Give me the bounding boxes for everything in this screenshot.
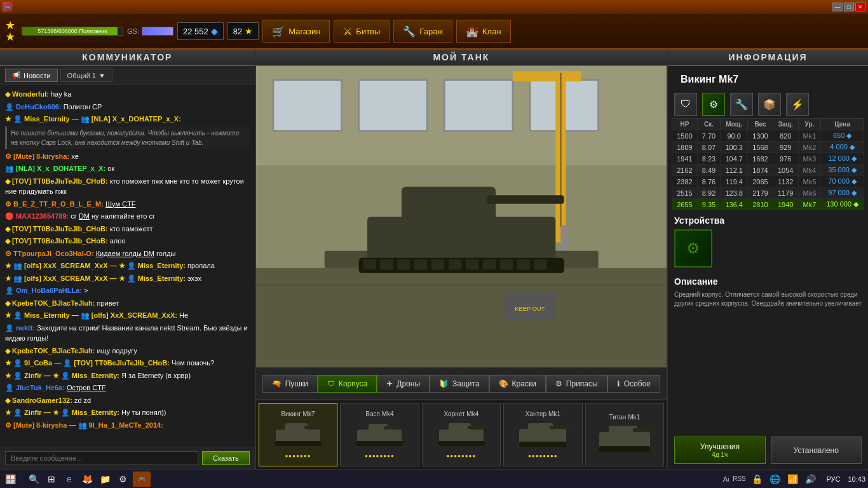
svg-rect-27 bbox=[466, 259, 478, 269]
folder-icon[interactable]: 📁 bbox=[97, 471, 112, 487]
upgrade-button[interactable]: Улучшения 4д 1ч bbox=[674, 437, 765, 464]
search-taskbar-icon[interactable]: 🔍 bbox=[26, 471, 41, 487]
tank-carousel: Викинг Mk7 ●●●●●●● Васп Mk4 bbox=[256, 399, 667, 469]
list-item: ◆ KpebeTOK_BJIacTeJIuh: ищу подругу bbox=[5, 346, 250, 356]
list-item: ★ 👥 [olfs] XxX_SCREAM_XxX — ★ 👤 Miss_Ete… bbox=[5, 261, 250, 271]
gs-container: GS: bbox=[127, 27, 173, 36]
battles-button[interactable]: ⚔ Битвы bbox=[334, 20, 390, 43]
tab-hulls[interactable]: 🛡 Корпуса bbox=[318, 375, 377, 393]
firefox-icon[interactable]: 🦊 bbox=[79, 471, 95, 487]
tank-thumbnail-4 bbox=[514, 420, 571, 452]
tab-special[interactable]: ℹ Особое bbox=[607, 375, 660, 393]
language-indicator[interactable]: РУС bbox=[826, 475, 840, 483]
tab-supplies[interactable]: ⚙ Припасы bbox=[546, 375, 607, 393]
install-button[interactable]: Установлено bbox=[771, 437, 862, 464]
chat-input[interactable] bbox=[5, 451, 198, 465]
table-row[interactable]: 21628.49112.118741054Mk435 000 ◆ bbox=[672, 165, 864, 176]
taskview-icon[interactable]: ⊞ bbox=[44, 471, 59, 487]
tab-guns[interactable]: 🔫 Пушки bbox=[262, 375, 318, 393]
clan-button[interactable]: 🏰 Клан bbox=[456, 20, 511, 43]
svg-rect-53 bbox=[599, 446, 650, 452]
stat-icon-armor[interactable]: 🛡 bbox=[674, 93, 697, 116]
carousel-tank-1[interactable]: Викинг Mk7 ●●●●●●● bbox=[259, 403, 337, 466]
table-row[interactable]: 15007.7090.01300820Mk1650 ◆ bbox=[672, 130, 864, 142]
svg-rect-4 bbox=[444, 80, 513, 132]
tank-bottom-tabs: 🔫 Пушки 🛡 Корпуса ✈ Дроны 🔰 Защита 🎨 Кра… bbox=[256, 367, 667, 399]
stat-icon-lightning[interactable]: ⚡ bbox=[786, 93, 809, 116]
device-slot-1[interactable]: ⚙ bbox=[674, 229, 712, 268]
svg-rect-48 bbox=[550, 426, 569, 429]
paint-icon: 🎨 bbox=[499, 379, 508, 388]
tab-protection[interactable]: 🔰 Защита bbox=[430, 375, 489, 393]
garage-button[interactable]: 🔧 Гараж bbox=[393, 20, 452, 43]
start-icon[interactable]: 🪟 bbox=[3, 471, 18, 487]
xp-bar: 571398/606000 Полковник bbox=[22, 27, 123, 36]
svg-rect-35 bbox=[285, 423, 308, 432]
svg-rect-14 bbox=[256, 268, 667, 367]
list-item: ⚙ B_E_Z_TT_R_O_B_L_E_M: Шум CTF bbox=[5, 199, 250, 210]
list-item: 👤 nektt: Заходите на стрим! Название кан… bbox=[5, 323, 250, 344]
app-icon-taskbar[interactable]: 🎮 bbox=[133, 471, 151, 487]
tab-news[interactable]: 📢 Новости bbox=[5, 69, 58, 82]
svg-rect-44 bbox=[468, 426, 485, 429]
tray-icon-5[interactable]: 🔊 bbox=[803, 471, 818, 487]
rank-stars: ★ ★ bbox=[5, 20, 15, 43]
stars-box: 82 ★ bbox=[227, 22, 259, 40]
list-item: ★ 👤 Miss_Eternity — 👥 [olfs] XxX_SCREAM_… bbox=[5, 310, 250, 321]
shop-icon: 🛒 bbox=[272, 25, 285, 37]
svg-rect-11 bbox=[513, 71, 581, 81]
system-tray: Ai RSS 🔒 🌐 📶 🔊 РУС 10:43 bbox=[723, 471, 865, 487]
system-message: Не пишите большими буквами, пожалуйста. … bbox=[5, 126, 250, 149]
list-item: ⚙ [Mute] 8-kirysha: xe bbox=[5, 151, 250, 162]
title-bar: 🎮 — □ ✕ bbox=[0, 0, 868, 14]
tab-general[interactable]: Общий 1 ▼ bbox=[60, 69, 112, 82]
special-icon: ℹ bbox=[617, 379, 620, 388]
protection-icon: 🔰 bbox=[439, 379, 449, 388]
tab-paints[interactable]: 🎨 Краски bbox=[489, 375, 546, 393]
description-section: Описание Средний корпус. Отличается само… bbox=[668, 273, 868, 312]
shop-button[interactable]: 🛒 Магазин bbox=[262, 20, 330, 43]
svg-rect-40 bbox=[384, 426, 400, 430]
stat-icon-power[interactable]: 🔧 bbox=[730, 93, 753, 116]
list-item: 👥 [NLA] X_x_DOHATEP_x_X: ок bbox=[5, 163, 250, 174]
carousel-tank-5[interactable]: Титан Mk1 bbox=[585, 403, 664, 466]
gs-bar bbox=[142, 27, 173, 36]
table-row[interactable]: 23828.76119.420651132Mk570 000 ◆ bbox=[672, 176, 864, 187]
list-item: ◆ [TOV] TT0BeJIuTeJIb_CHoB: кто паможетт bbox=[5, 224, 250, 234]
table-row[interactable]: 25158.92123.821791179Mk697 000 ◆ bbox=[672, 187, 864, 199]
settings-icon[interactable]: ⚙ bbox=[115, 471, 130, 487]
svg-rect-37 bbox=[275, 441, 322, 446]
tank-thumbnail-2 bbox=[351, 420, 408, 452]
tab-drones[interactable]: ✈ Дроны bbox=[377, 375, 430, 393]
svg-rect-31 bbox=[534, 259, 546, 269]
chat-input-area: Сказать bbox=[0, 447, 255, 469]
table-row[interactable]: 19418.23104.71682976Mk312 000 ◆ bbox=[672, 153, 864, 165]
carousel-tank-4[interactable]: Хантер Mk1 ●●●●●●●● bbox=[503, 403, 582, 466]
tray-icon-3[interactable]: 🌐 bbox=[767, 471, 782, 487]
ie-icon[interactable]: e bbox=[62, 471, 77, 487]
tray-icon-1[interactable]: RSS bbox=[731, 471, 747, 487]
my-tank-header: МОЙ ТАНК bbox=[256, 50, 667, 66]
stat-icon-weight[interactable]: 📦 bbox=[758, 93, 781, 116]
carousel-tank-2[interactable]: Васп Mk4 ●●●●●●●● bbox=[340, 403, 419, 466]
carousel-tank-3[interactable]: Хорнет Mk4 ●●●●●●●● bbox=[422, 403, 501, 466]
stat-icon-speed[interactable]: ⚙ bbox=[702, 93, 725, 116]
top-bar: ★ ★ 571398/606000 Полковник GS: 22 552 ◆… bbox=[0, 14, 868, 50]
info-header: ИНФОРМАЦИЯ bbox=[668, 50, 868, 66]
svg-rect-49 bbox=[519, 442, 566, 447]
maximize-button[interactable]: □ bbox=[844, 3, 854, 11]
tank-thumbnail-3 bbox=[433, 420, 490, 452]
list-item: ◆ KpebeTOK_BJIacTeJIuh: привет bbox=[5, 298, 250, 309]
close-button[interactable]: ✕ bbox=[855, 3, 865, 11]
star-1: ★ bbox=[5, 20, 15, 31]
chat-tabs: 📢 Новости Общий 1 ▼ bbox=[0, 66, 255, 85]
tray-icon-2[interactable]: 🔒 bbox=[749, 471, 764, 487]
list-item: 👤 JIucTuk_He6a: Остров CTF bbox=[5, 383, 250, 393]
send-button[interactable]: Сказать bbox=[202, 451, 250, 465]
table-row[interactable]: 18098.07100.31568929Mk24 000 ◆ bbox=[672, 142, 864, 153]
minimize-button[interactable]: — bbox=[832, 3, 843, 11]
table-row[interactable]: 26559.35136.428101940Mk7130 000 ◆ bbox=[672, 199, 864, 210]
list-item: ★ 👤 Zinfir — ★ 👤 Miss_Eternity: Я за Ete… bbox=[5, 370, 250, 381]
list-item: ★ 👤 Zinfir — ★ 👤 Miss_Eternity: Ну ты по… bbox=[5, 407, 250, 418]
tray-icon-4[interactable]: 📶 bbox=[785, 471, 800, 487]
